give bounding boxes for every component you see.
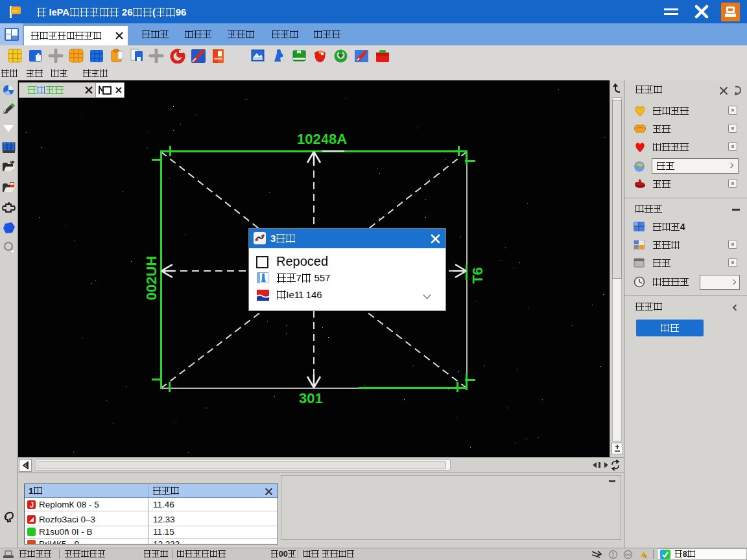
svg-text:J: J	[30, 501, 34, 509]
